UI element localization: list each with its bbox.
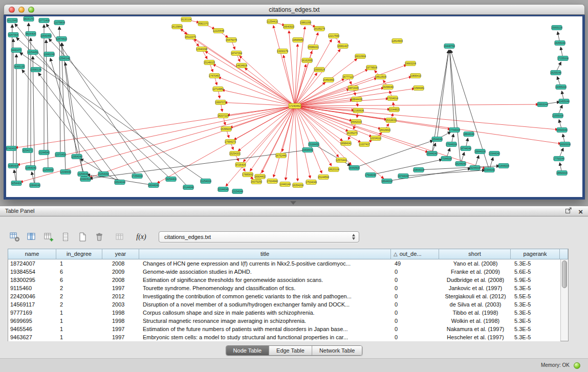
graph-node[interactable]: 10771404 bbox=[38, 18, 50, 23]
graph-node[interactable]: 12048440 bbox=[60, 170, 71, 174]
column-header-name[interactable]: name bbox=[8, 249, 56, 259]
graph-edge[interactable] bbox=[49, 39, 186, 186]
graph-node[interactable]: 18010904 bbox=[355, 54, 366, 59]
table-cell[interactable]: 5.3E-5 bbox=[511, 259, 560, 268]
graph-node[interactable]: 12874410 bbox=[56, 37, 67, 41]
graph-edge[interactable] bbox=[559, 105, 562, 113]
graph-node[interactable]: 13254040 bbox=[77, 172, 89, 177]
graph-edge[interactable] bbox=[563, 134, 564, 142]
graph-edge[interactable] bbox=[282, 108, 294, 151]
graph-node[interactable]: 18620104 bbox=[328, 167, 339, 172]
table-cell[interactable]: 2 bbox=[57, 292, 103, 300]
graph-edge[interactable] bbox=[316, 146, 351, 166]
graph-node[interactable]: 21584081 bbox=[413, 86, 424, 91]
table-cell[interactable]: 1 bbox=[57, 325, 103, 333]
graph-node[interactable]: 12714952 bbox=[212, 87, 224, 92]
table-cell[interactable]: 18300295 bbox=[8, 276, 57, 284]
graph-node[interactable]: 17744004 bbox=[449, 128, 460, 133]
graph-node[interactable]: 18744040 bbox=[460, 146, 471, 151]
graph-node[interactable]: 16693004 bbox=[559, 142, 571, 147]
zoom-button[interactable] bbox=[28, 7, 34, 13]
table-cell[interactable]: 2012 bbox=[103, 292, 140, 300]
table-cell[interactable]: Dudbridge et al. (2008) bbox=[440, 276, 511, 284]
table-cell[interactable]: 1 bbox=[57, 317, 103, 325]
graph-edge[interactable] bbox=[32, 172, 34, 183]
table-cell[interactable]: 0 bbox=[391, 333, 440, 341]
graph-edge[interactable] bbox=[297, 106, 561, 144]
graph-node[interactable]: 10244540 bbox=[38, 150, 50, 155]
select-rows-button[interactable] bbox=[59, 230, 72, 244]
new-table-button[interactable] bbox=[76, 230, 89, 244]
graph-edge[interactable] bbox=[559, 120, 561, 128]
tab-node-table[interactable]: Node Table bbox=[226, 346, 269, 355]
graph-node[interactable]: 18195274 bbox=[314, 27, 325, 31]
graph-edge[interactable] bbox=[231, 144, 233, 150]
graph-edge[interactable] bbox=[475, 156, 478, 166]
table-cell[interactable]: 0 bbox=[391, 276, 440, 284]
table-scrollbar[interactable] bbox=[560, 259, 568, 341]
graph-edge[interactable] bbox=[297, 107, 361, 142]
graph-node[interactable]: 9582370 bbox=[198, 21, 208, 26]
graph-node[interactable]: 15144594 bbox=[318, 175, 329, 180]
graph-node[interactable]: 19861099 bbox=[300, 20, 311, 25]
graph-edge[interactable] bbox=[447, 148, 450, 157]
graph-node[interactable]: 16155270 bbox=[346, 131, 358, 136]
graph-node[interactable]: 16642019 bbox=[351, 120, 362, 124]
graph-edge[interactable] bbox=[357, 102, 358, 106]
table-cell[interactable]: Tourette syndrome. Phenomenology and cla… bbox=[140, 284, 391, 292]
graph-edge[interactable] bbox=[383, 80, 387, 85]
table-cell[interactable]: Yano et al. (2008) bbox=[440, 259, 511, 268]
graph-edge[interactable] bbox=[46, 40, 48, 167]
graph-edge[interactable] bbox=[61, 43, 66, 169]
graph-edge[interactable] bbox=[557, 62, 561, 70]
graph-edge[interactable] bbox=[90, 107, 293, 178]
graph-edge[interactable] bbox=[210, 65, 213, 72]
graph-edge[interactable] bbox=[15, 106, 292, 148]
graph-node[interactable]: 15318030 bbox=[385, 118, 397, 123]
float-panel-button[interactable] bbox=[565, 207, 572, 217]
table-cell[interactable]: 1998 bbox=[103, 309, 140, 317]
table-cell[interactable]: 0 bbox=[391, 309, 440, 317]
graph-edge[interactable] bbox=[213, 64, 292, 105]
graph-edge[interactable] bbox=[296, 108, 351, 165]
graph-node[interactable]: 21555004 bbox=[552, 114, 563, 118]
table-cell[interactable]: 5.6E-5 bbox=[511, 268, 560, 276]
graph-edge[interactable] bbox=[203, 51, 207, 59]
table-cell[interactable]: 0 bbox=[391, 300, 440, 309]
graph-node[interactable]: 9440470 bbox=[11, 48, 21, 53]
graph-edge[interactable] bbox=[297, 107, 349, 131]
table-cell[interactable]: Structural magnetic resonance image aver… bbox=[140, 317, 391, 325]
table-cell[interactable]: Wolkin et al. (1998) bbox=[440, 317, 511, 325]
graph-node[interactable]: 16058040 bbox=[382, 85, 394, 90]
table-cell[interactable]: 5.3E-5 bbox=[511, 300, 560, 309]
graph-node[interactable]: 18844436 bbox=[351, 97, 362, 102]
table-row[interactable]: 2242004622012Investigating the contribut… bbox=[8, 292, 560, 300]
window-titlebar[interactable]: citations_edges.txt bbox=[4, 4, 585, 15]
graph-node[interactable]: 16075250 bbox=[251, 180, 262, 184]
graph-node[interactable]: 12440144 bbox=[279, 182, 291, 187]
graph-edge[interactable] bbox=[33, 56, 35, 183]
graph-node[interactable]: 17544040 bbox=[365, 173, 376, 178]
graph-edge[interactable] bbox=[215, 78, 217, 85]
graph-node[interactable]: 18844040 bbox=[463, 132, 474, 137]
table-row[interactable]: 1872400712008Changes of HCN gene express… bbox=[8, 259, 560, 268]
graph-edge[interactable] bbox=[221, 105, 223, 112]
graph-node[interactable]: 19254404 bbox=[165, 177, 177, 182]
graph-edge[interactable] bbox=[224, 118, 225, 125]
table-row[interactable]: 1830029562008Estimation of significance … bbox=[8, 276, 560, 284]
table-row[interactable]: 946554611997Estimation of the future num… bbox=[8, 325, 560, 333]
table-cell[interactable]: 49 bbox=[391, 259, 440, 268]
graph-node[interactable]: 20455044 bbox=[558, 99, 570, 104]
table-cell[interactable]: 14569117 bbox=[8, 300, 57, 309]
graph-edge[interactable] bbox=[218, 77, 292, 105]
graph-edge[interactable] bbox=[16, 37, 169, 177]
graph-edge[interactable] bbox=[452, 134, 453, 142]
network-canvas[interactable]: 1724046216139842181223701294009815146025… bbox=[6, 16, 582, 197]
graph-edge[interactable] bbox=[28, 23, 29, 148]
graph-edge[interactable] bbox=[389, 91, 391, 96]
graph-node[interactable]: 15184450 bbox=[308, 142, 319, 147]
graph-edge[interactable] bbox=[250, 108, 294, 171]
graph-node[interactable]: 17644004 bbox=[446, 142, 457, 147]
table-cell[interactable]: Disruption of a novel member of a sodium… bbox=[140, 300, 391, 309]
graph-node[interactable]: 14513504 bbox=[375, 75, 386, 79]
